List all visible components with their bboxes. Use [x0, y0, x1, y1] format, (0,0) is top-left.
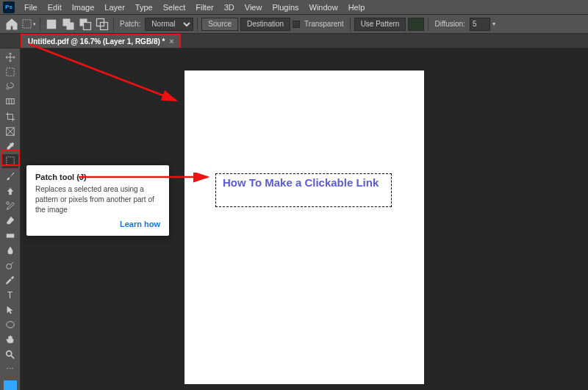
tool-tooltip: Patch tool (J) Replaces a selected area …: [26, 165, 169, 236]
menu-plugins[interactable]: Plugins: [267, 1, 304, 13]
frame-tool[interactable]: [2, 124, 18, 138]
tooltip-description: Replaces a selected area using a pattern…: [35, 184, 160, 215]
crop-tool[interactable]: [2, 109, 18, 123]
transparent-label: Transparent: [304, 20, 344, 28]
menu-type[interactable]: Type: [130, 1, 158, 13]
zoom-tool[interactable]: [2, 347, 18, 361]
svg-rect-13: [6, 234, 14, 237]
lasso-tool[interactable]: [2, 80, 18, 94]
move-tool[interactable]: [2, 50, 18, 64]
patch-label: Patch:: [120, 20, 140, 28]
menu-file[interactable]: File: [19, 1, 43, 13]
svg-rect-5: [84, 22, 91, 29]
menu-view[interactable]: View: [240, 1, 268, 13]
photoshop-logo-icon: Ps: [3, 1, 15, 13]
svg-rect-8: [6, 68, 14, 76]
add-selection-icon[interactable]: [61, 17, 76, 32]
svg-point-16: [6, 322, 14, 328]
use-pattern-button[interactable]: Use Pattern: [354, 18, 406, 31]
menu-image[interactable]: Image: [67, 1, 100, 13]
gradient-tool[interactable]: [2, 228, 18, 242]
diffusion-label: Diffusion:: [434, 20, 465, 28]
destination-button[interactable]: Destination: [240, 18, 290, 31]
new-selection-icon[interactable]: [44, 17, 59, 32]
learn-how-link[interactable]: Learn how: [35, 220, 160, 228]
tab-title: Untitled.pdf @ 16.7% (Layer 1, RGB/8) *: [28, 37, 165, 46]
menu-select[interactable]: Select: [158, 1, 191, 13]
document-tab-bar: Untitled.pdf @ 16.7% (Layer 1, RGB/8) * …: [0, 34, 588, 48]
menu-bar: Ps File Edit Image Layer Type Select Fil…: [0, 0, 588, 15]
tool-preset-icon[interactable]: ▾: [21, 17, 36, 32]
menu-layer[interactable]: Layer: [99, 1, 130, 13]
menu-filter[interactable]: Filter: [190, 1, 218, 13]
edit-toolbar[interactable]: ⋯: [2, 362, 18, 376]
transparent-checkbox[interactable]: [293, 21, 300, 28]
source-button[interactable]: Source: [201, 18, 238, 31]
shape-tool[interactable]: [2, 318, 18, 332]
svg-rect-1: [47, 19, 57, 29]
document-canvas[interactable]: How To Make a Clickable Link: [184, 71, 424, 384]
menu-3d[interactable]: 3D: [219, 1, 240, 13]
options-bar: ▾ Patch: Normal Source Destination Trans…: [0, 15, 588, 34]
svg-rect-0: [23, 20, 31, 28]
path-selection-tool[interactable]: [2, 303, 18, 317]
clone-stamp-tool[interactable]: [2, 184, 18, 198]
document-tab[interactable]: Untitled.pdf @ 16.7% (Layer 1, RGB/8) * …: [21, 34, 181, 48]
canvas-text: How To Make a Clickable Link: [223, 176, 379, 190]
subtract-selection-icon[interactable]: [78, 17, 93, 32]
marquee-tool[interactable]: [2, 65, 18, 79]
close-icon[interactable]: ×: [169, 37, 173, 46]
svg-rect-3: [67, 22, 74, 29]
foreground-color[interactable]: [4, 380, 17, 390]
menu-help[interactable]: Help: [343, 1, 370, 13]
eraser-tool[interactable]: [2, 214, 18, 228]
blur-tool[interactable]: [2, 243, 18, 257]
svg-point-12: [6, 202, 9, 205]
hand-tool[interactable]: [2, 333, 18, 347]
selection-tool[interactable]: [2, 95, 18, 109]
patch-mode-select[interactable]: Normal: [145, 18, 193, 31]
svg-text:T: T: [7, 290, 12, 300]
menu-window[interactable]: Window: [304, 1, 343, 13]
diffusion-input[interactable]: [470, 18, 490, 31]
brush-tool[interactable]: [2, 169, 18, 183]
intersect-selection-icon[interactable]: [95, 17, 110, 32]
history-brush-tool[interactable]: [2, 199, 18, 213]
type-tool[interactable]: T: [2, 288, 18, 302]
pen-tool[interactable]: [2, 273, 18, 287]
svg-rect-9: [6, 99, 14, 104]
annotation-highlight: [1, 150, 20, 166]
svg-point-17: [6, 350, 11, 355]
pattern-swatch[interactable]: [408, 18, 424, 31]
dodge-tool[interactable]: [2, 259, 18, 272]
home-icon[interactable]: [4, 17, 19, 32]
menu-edit[interactable]: Edit: [43, 1, 67, 13]
tooltip-title: Patch tool (J): [35, 173, 160, 181]
svg-point-14: [6, 264, 11, 269]
tools-panel: T ⋯: [0, 48, 21, 390]
